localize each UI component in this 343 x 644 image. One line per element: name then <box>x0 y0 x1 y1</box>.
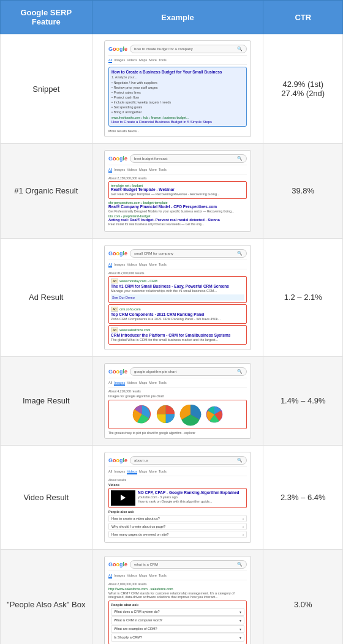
example-cell-0: Google how to create budget for a compan… <box>92 34 263 144</box>
feature-name-1: #1 Organic Result <box>1 144 92 239</box>
feature-name-3: Image Result <box>1 356 92 445</box>
ctr-value-2: 1.2 – 2.1% <box>263 238 343 356</box>
feature-name-0: Snippet <box>1 34 92 144</box>
header-example: Example <box>92 1 263 34</box>
feature-name-5: "People Also Ask" Box <box>1 549 92 644</box>
example-cell-1: Google best budget forecast 🔍 AllImagesV… <box>92 144 263 239</box>
ctr-value-3: 1.4% – 4.9% <box>263 356 343 445</box>
example-cell-3: Google google algorithm pie chart 🔍 AllI… <box>92 356 263 445</box>
feature-name-4: Video Result <box>1 445 92 549</box>
header-ctr: CTR <box>263 1 343 34</box>
feature-name-2: Ad Result <box>1 238 92 356</box>
ctr-value-5: 3.0% <box>263 549 343 644</box>
ctr-value-4: 2.3% – 6.4% <box>263 445 343 549</box>
ctr-value-0: 42.9% (1st)27.4% (2nd) <box>263 34 343 144</box>
example-cell-2: Google small CRM for company 🔍 AllImages… <box>92 238 263 356</box>
ctr-value-1: 39.8% <box>263 144 343 239</box>
example-cell-4: Google about us 🔍 AllImagesVideosMapsMor… <box>92 445 263 549</box>
header-feature: Google SERP Feature <box>1 1 92 34</box>
example-cell-5: Google what is a CRM 🔍 AllImagesVideosMa… <box>92 549 263 644</box>
